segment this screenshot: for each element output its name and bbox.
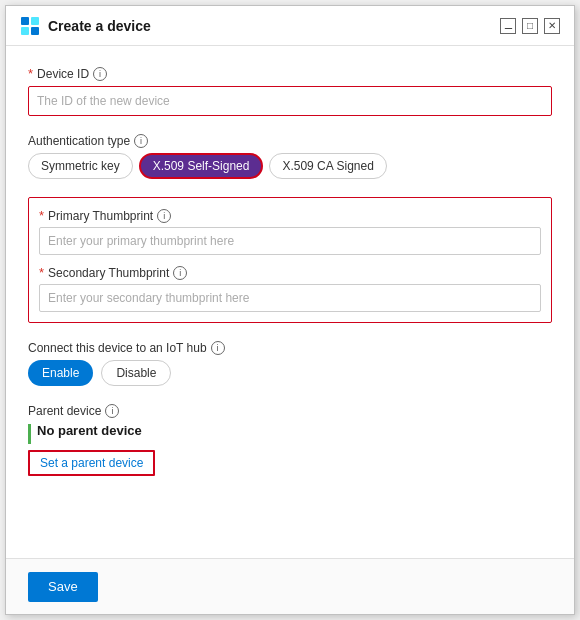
device-id-group: * Device ID i xyxy=(28,66,552,116)
auth-x509-ca-signed-button[interactable]: X.509 CA Signed xyxy=(269,153,386,179)
device-id-label-text: Device ID xyxy=(37,67,89,81)
primary-thumbprint-label-text: Primary Thumbprint xyxy=(48,209,153,223)
svg-rect-3 xyxy=(31,27,39,35)
svg-rect-2 xyxy=(21,27,29,35)
auth-type-buttons: Symmetric key X.509 Self-Signed X.509 CA… xyxy=(28,153,552,179)
required-star-primary: * xyxy=(39,208,44,223)
secondary-thumbprint-info-icon[interactable]: i xyxy=(173,266,187,280)
primary-thumbprint-info-icon[interactable]: i xyxy=(157,209,171,223)
green-bar-icon xyxy=(28,424,31,444)
auth-type-label-text: Authentication type xyxy=(28,134,130,148)
create-device-window: Create a device ⚊ □ ✕ * Device ID i Auth… xyxy=(5,5,575,615)
form-footer: Save xyxy=(6,558,574,614)
connect-hub-label-text: Connect this device to an IoT hub xyxy=(28,341,207,355)
auth-type-group: Authentication type i Symmetric key X.50… xyxy=(28,134,552,179)
set-parent-device-button[interactable]: Set a parent device xyxy=(28,450,155,476)
title-bar: Create a device ⚊ □ ✕ xyxy=(6,6,574,46)
title-controls: ⚊ □ ✕ xyxy=(500,18,560,34)
required-star-secondary: * xyxy=(39,265,44,280)
form-content: * Device ID i Authentication type i Symm… xyxy=(6,46,574,558)
no-parent-row: No parent device xyxy=(28,423,552,444)
disable-button[interactable]: Disable xyxy=(101,360,171,386)
thumbprint-container: * Primary Thumbprint i * Secondary Thumb… xyxy=(28,197,552,323)
close-button[interactable]: ✕ xyxy=(544,18,560,34)
auth-type-info-icon[interactable]: i xyxy=(134,134,148,148)
connect-hub-toggle-row: Enable Disable xyxy=(28,360,552,386)
window-title: Create a device xyxy=(48,18,151,34)
device-id-label: * Device ID i xyxy=(28,66,552,81)
svg-rect-0 xyxy=(21,17,29,25)
parent-device-label: Parent device i xyxy=(28,404,552,418)
no-parent-text: No parent device xyxy=(37,423,142,438)
auth-symmetric-key-button[interactable]: Symmetric key xyxy=(28,153,133,179)
minimize-button[interactable]: ⚊ xyxy=(500,18,516,34)
svg-rect-1 xyxy=(31,17,39,25)
secondary-thumbprint-label-text: Secondary Thumbprint xyxy=(48,266,169,280)
primary-thumbprint-group: * Primary Thumbprint i xyxy=(39,208,541,255)
required-star-device-id: * xyxy=(28,66,33,81)
connect-hub-label: Connect this device to an IoT hub i xyxy=(28,341,552,355)
connect-hub-info-icon[interactable]: i xyxy=(211,341,225,355)
enable-button[interactable]: Enable xyxy=(28,360,93,386)
secondary-thumbprint-label: * Secondary Thumbprint i xyxy=(39,265,541,280)
device-id-input[interactable] xyxy=(28,86,552,116)
primary-thumbprint-label: * Primary Thumbprint i xyxy=(39,208,541,223)
secondary-thumbprint-group: * Secondary Thumbprint i xyxy=(39,265,541,312)
parent-device-group: Parent device i No parent device Set a p… xyxy=(28,404,552,476)
parent-device-info-icon[interactable]: i xyxy=(105,404,119,418)
secondary-thumbprint-input[interactable] xyxy=(39,284,541,312)
auth-type-label: Authentication type i xyxy=(28,134,552,148)
connect-hub-group: Connect this device to an IoT hub i Enab… xyxy=(28,341,552,386)
parent-device-label-text: Parent device xyxy=(28,404,101,418)
primary-thumbprint-input[interactable] xyxy=(39,227,541,255)
save-button[interactable]: Save xyxy=(28,572,98,602)
maximize-button[interactable]: □ xyxy=(522,18,538,34)
app-icon xyxy=(20,16,40,36)
title-bar-left: Create a device xyxy=(20,16,151,36)
device-id-info-icon[interactable]: i xyxy=(93,67,107,81)
auth-x509-self-signed-button[interactable]: X.509 Self-Signed xyxy=(139,153,264,179)
